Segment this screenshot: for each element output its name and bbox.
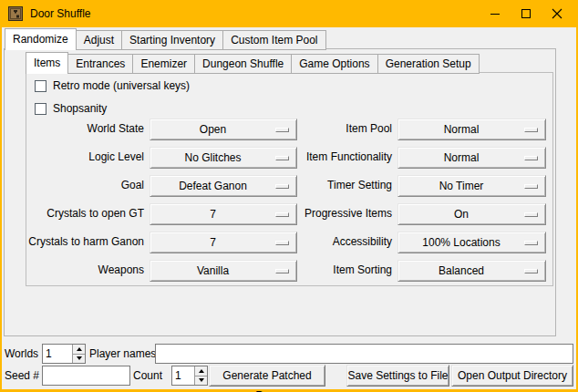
goal-dropdown[interactable]: Defeat Ganon [150, 175, 297, 197]
world-state-dropdown[interactable]: Open [150, 119, 297, 140]
arrow-down-icon [77, 356, 82, 360]
tab-enemizer[interactable]: Enemizer [132, 54, 195, 74]
logic-level-dropdown[interactable]: No Glitches [150, 147, 297, 169]
item-pool-label: Item Pool [281, 122, 392, 135]
window-content: Randomize Adjust Starting Inventory Cust… [2, 27, 576, 389]
dropdown-value: Normal [398, 151, 524, 164]
weapons-dropdown[interactable]: Vanilla [150, 260, 297, 282]
app-window: Door Shuffle [0, 0, 578, 392]
item-pool-dropdown[interactable]: Normal [397, 119, 546, 140]
progressive-items-label: Progressive Items [281, 207, 392, 220]
retro-mode-checkbox[interactable]: Retro mode (universal keys) [35, 77, 190, 94]
item-sorting-label: Item Sorting [281, 263, 392, 276]
worlds-label: Worlds [5, 344, 38, 364]
item-sorting-dropdown[interactable]: Balanced [397, 260, 546, 282]
checkbox-label: Retro mode (universal keys) [53, 79, 190, 92]
world-state-label: World State [26, 122, 144, 135]
worlds-input[interactable] [43, 345, 72, 363]
dropdown-value: 7 [150, 236, 275, 249]
weapons-label: Weapons [26, 263, 144, 276]
menu-indicator-icon [524, 156, 538, 160]
item-functionality-label: Item Functionality [281, 150, 392, 163]
dropdown-value: No Timer [398, 180, 524, 192]
arrow-up-icon [199, 369, 204, 373]
tab-generation-setup[interactable]: Generation Setup [377, 54, 480, 74]
worlds-spinbox [42, 344, 86, 364]
option-row: Weapons Vanilla Item Sorting Balanced [26, 260, 553, 282]
tab-adjust[interactable]: Adjust [76, 30, 122, 50]
accessibility-label: Accessibility [281, 235, 392, 248]
dropdown-value: On [398, 208, 524, 221]
progressive-items-dropdown[interactable]: On [397, 203, 546, 225]
player-names-input[interactable] [155, 344, 573, 364]
checkbox-icon [35, 103, 46, 115]
items-tab-body: Retro mode (universal keys) Shopsanity W… [26, 72, 553, 286]
option-row: Logic Level No Glitches Item Functionali… [26, 147, 553, 169]
player-names-label: Player names [89, 344, 156, 364]
menu-indicator-icon [524, 269, 538, 273]
option-row: Crystals to open GT 7 Progressive Items … [26, 203, 553, 225]
spin-buttons [72, 345, 85, 363]
tab-randomize[interactable]: Randomize [5, 28, 77, 50]
spin-down-button[interactable] [195, 376, 207, 386]
menu-indicator-icon [524, 128, 538, 132]
checkbox-icon [35, 80, 46, 92]
maximize-icon [521, 8, 532, 19]
option-row: World State Open Item Pool Normal [26, 119, 553, 140]
crystals-harm-ganon-label: Crystals to harm Ganon [26, 235, 144, 248]
window-controls [480, 0, 573, 27]
goal-label: Goal [26, 179, 144, 191]
minimize-button[interactable] [480, 0, 511, 27]
minimize-icon [490, 8, 501, 19]
dropdown-value: Balanced [398, 264, 524, 277]
spin-down-button[interactable] [73, 354, 85, 364]
crystals-open-gt-label: Crystals to open GT [26, 207, 144, 220]
crystals-harm-ganon-dropdown[interactable]: 7 [150, 232, 297, 253]
arrow-up-icon [77, 347, 82, 351]
open-output-directory-button[interactable]: Open Output Directory [451, 365, 573, 387]
crystals-open-gt-dropdown[interactable]: 7 [150, 203, 297, 225]
randomize-tabstrip: Items Entrances Enemizer Dungeon Shuffle… [26, 52, 479, 74]
dropdown-value: Defeat Ganon [150, 180, 275, 192]
dropdown-value: Vanilla [150, 264, 275, 277]
seed-label: Seed # [5, 366, 39, 386]
door-icon [8, 6, 23, 21]
spin-up-button[interactable] [195, 366, 207, 376]
save-settings-button[interactable]: Save Settings to File [346, 365, 449, 387]
tab-game-options[interactable]: Game Options [291, 54, 377, 74]
shopsanity-checkbox[interactable]: Shopsanity [35, 100, 107, 117]
dropdown-value: No Glitches [150, 151, 275, 164]
titlebar: Door Shuffle [0, 0, 578, 27]
window-title: Door Shuffle [30, 7, 91, 20]
menu-indicator-icon [524, 212, 538, 217]
dropdown-value: 100% Locations [398, 236, 524, 249]
count-label: Count [133, 366, 162, 386]
tab-dungeon-shuffle[interactable]: Dungeon Shuffle [194, 54, 292, 74]
arrow-down-icon [199, 378, 204, 382]
close-icon [552, 8, 563, 19]
main-tabstrip: Randomize Adjust Starting Inventory Cust… [5, 28, 325, 50]
option-row: Crystals to harm Ganon 7 Accessibility 1… [26, 232, 553, 253]
spin-buttons [194, 366, 207, 385]
tab-starting-inventory[interactable]: Starting Inventory [121, 30, 223, 50]
timer-setting-dropdown[interactable]: No Timer [397, 175, 546, 197]
tab-custom-item-pool[interactable]: Custom Item Pool [222, 30, 325, 50]
checkbox-label: Shopsanity [53, 102, 107, 115]
timer-setting-label: Timer Setting [281, 179, 392, 191]
item-functionality-dropdown[interactable]: Normal [397, 147, 546, 169]
maximize-button[interactable] [511, 0, 542, 27]
spin-up-button[interactable] [73, 345, 85, 354]
menu-indicator-icon [524, 184, 538, 189]
accessibility-dropdown[interactable]: 100% Locations [397, 232, 546, 253]
tab-entrances[interactable]: Entrances [67, 54, 133, 74]
close-button[interactable] [542, 0, 573, 27]
dropdown-value: 7 [150, 208, 275, 221]
logic-level-label: Logic Level [26, 150, 144, 163]
seed-input[interactable] [42, 366, 130, 386]
generate-patched-rom-button[interactable]: Generate Patched Rom [209, 365, 325, 387]
tab-items[interactable]: Items [26, 52, 68, 74]
dropdown-value: Normal [398, 123, 524, 136]
count-input[interactable] [172, 366, 194, 385]
dropdown-value: Open [150, 123, 275, 136]
menu-indicator-icon [524, 241, 538, 245]
